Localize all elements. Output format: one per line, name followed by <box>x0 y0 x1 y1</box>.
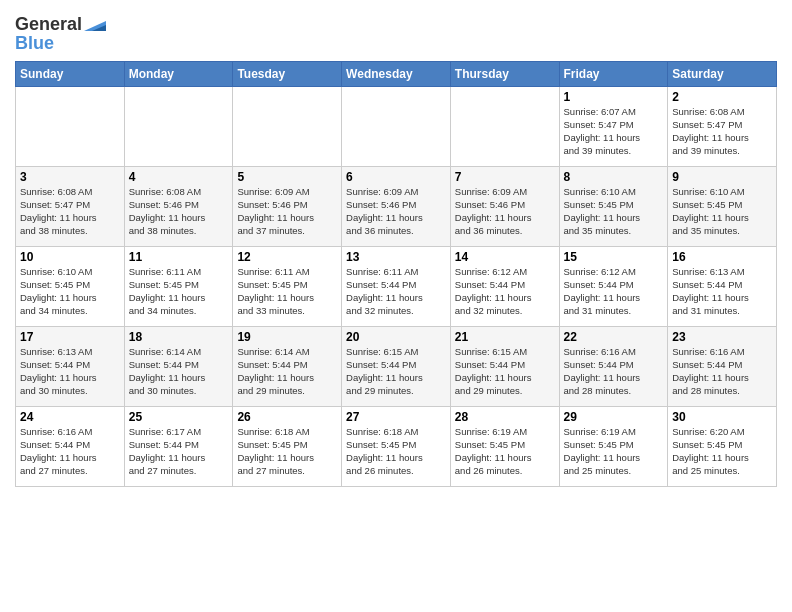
day-cell: 7Sunrise: 6:09 AM Sunset: 5:46 PM Daylig… <box>450 167 559 247</box>
day-number: 9 <box>672 170 772 184</box>
day-cell: 21Sunrise: 6:15 AM Sunset: 5:44 PM Dayli… <box>450 327 559 407</box>
day-info: Sunrise: 6:09 AM Sunset: 5:46 PM Dayligh… <box>455 186 555 237</box>
day-number: 14 <box>455 250 555 264</box>
day-info: Sunrise: 6:14 AM Sunset: 5:44 PM Dayligh… <box>129 346 229 397</box>
day-number: 22 <box>564 330 664 344</box>
day-number: 18 <box>129 330 229 344</box>
day-info: Sunrise: 6:10 AM Sunset: 5:45 PM Dayligh… <box>564 186 664 237</box>
day-cell: 15Sunrise: 6:12 AM Sunset: 5:44 PM Dayli… <box>559 247 668 327</box>
day-info: Sunrise: 6:07 AM Sunset: 5:47 PM Dayligh… <box>564 106 664 157</box>
day-cell: 26Sunrise: 6:18 AM Sunset: 5:45 PM Dayli… <box>233 407 342 487</box>
day-info: Sunrise: 6:11 AM Sunset: 5:45 PM Dayligh… <box>237 266 337 317</box>
day-cell: 4Sunrise: 6:08 AM Sunset: 5:46 PM Daylig… <box>124 167 233 247</box>
day-info: Sunrise: 6:13 AM Sunset: 5:44 PM Dayligh… <box>672 266 772 317</box>
day-cell: 12Sunrise: 6:11 AM Sunset: 5:45 PM Dayli… <box>233 247 342 327</box>
day-number: 11 <box>129 250 229 264</box>
day-cell <box>16 87 125 167</box>
day-number: 29 <box>564 410 664 424</box>
day-number: 19 <box>237 330 337 344</box>
day-cell: 8Sunrise: 6:10 AM Sunset: 5:45 PM Daylig… <box>559 167 668 247</box>
day-info: Sunrise: 6:10 AM Sunset: 5:45 PM Dayligh… <box>672 186 772 237</box>
day-number: 1 <box>564 90 664 104</box>
logo-blue: Blue <box>15 33 106 54</box>
day-cell <box>233 87 342 167</box>
day-number: 26 <box>237 410 337 424</box>
calendar-table: SundayMondayTuesdayWednesdayThursdayFrid… <box>15 61 777 487</box>
day-cell: 20Sunrise: 6:15 AM Sunset: 5:44 PM Dayli… <box>342 327 451 407</box>
day-cell: 11Sunrise: 6:11 AM Sunset: 5:45 PM Dayli… <box>124 247 233 327</box>
day-number: 30 <box>672 410 772 424</box>
day-number: 2 <box>672 90 772 104</box>
week-row-3: 17Sunrise: 6:13 AM Sunset: 5:44 PM Dayli… <box>16 327 777 407</box>
day-cell: 2Sunrise: 6:08 AM Sunset: 5:47 PM Daylig… <box>668 87 777 167</box>
day-cell: 5Sunrise: 6:09 AM Sunset: 5:46 PM Daylig… <box>233 167 342 247</box>
header-cell-tuesday: Tuesday <box>233 62 342 87</box>
day-info: Sunrise: 6:08 AM Sunset: 5:47 PM Dayligh… <box>20 186 120 237</box>
page-container: General Blue SundayMondayTuesdayWednesda… <box>0 0 792 492</box>
day-info: Sunrise: 6:19 AM Sunset: 5:45 PM Dayligh… <box>455 426 555 477</box>
day-info: Sunrise: 6:17 AM Sunset: 5:44 PM Dayligh… <box>129 426 229 477</box>
day-number: 7 <box>455 170 555 184</box>
day-info: Sunrise: 6:15 AM Sunset: 5:44 PM Dayligh… <box>455 346 555 397</box>
day-cell: 27Sunrise: 6:18 AM Sunset: 5:45 PM Dayli… <box>342 407 451 487</box>
day-number: 5 <box>237 170 337 184</box>
day-cell: 19Sunrise: 6:14 AM Sunset: 5:44 PM Dayli… <box>233 327 342 407</box>
day-info: Sunrise: 6:18 AM Sunset: 5:45 PM Dayligh… <box>237 426 337 477</box>
day-cell: 28Sunrise: 6:19 AM Sunset: 5:45 PM Dayli… <box>450 407 559 487</box>
day-number: 20 <box>346 330 446 344</box>
day-cell: 16Sunrise: 6:13 AM Sunset: 5:44 PM Dayli… <box>668 247 777 327</box>
day-info: Sunrise: 6:16 AM Sunset: 5:44 PM Dayligh… <box>564 346 664 397</box>
header-cell-saturday: Saturday <box>668 62 777 87</box>
day-info: Sunrise: 6:11 AM Sunset: 5:44 PM Dayligh… <box>346 266 446 317</box>
header-row: SundayMondayTuesdayWednesdayThursdayFrid… <box>16 62 777 87</box>
day-info: Sunrise: 6:16 AM Sunset: 5:44 PM Dayligh… <box>20 426 120 477</box>
header-cell-monday: Monday <box>124 62 233 87</box>
day-info: Sunrise: 6:09 AM Sunset: 5:46 PM Dayligh… <box>237 186 337 237</box>
day-cell: 6Sunrise: 6:09 AM Sunset: 5:46 PM Daylig… <box>342 167 451 247</box>
day-number: 28 <box>455 410 555 424</box>
day-info: Sunrise: 6:18 AM Sunset: 5:45 PM Dayligh… <box>346 426 446 477</box>
day-cell: 29Sunrise: 6:19 AM Sunset: 5:45 PM Dayli… <box>559 407 668 487</box>
day-cell <box>342 87 451 167</box>
day-number: 25 <box>129 410 229 424</box>
header: General Blue <box>15 10 777 53</box>
day-info: Sunrise: 6:09 AM Sunset: 5:46 PM Dayligh… <box>346 186 446 237</box>
header-cell-thursday: Thursday <box>450 62 559 87</box>
day-cell: 17Sunrise: 6:13 AM Sunset: 5:44 PM Dayli… <box>16 327 125 407</box>
day-number: 6 <box>346 170 446 184</box>
day-cell <box>450 87 559 167</box>
logo-general: General <box>15 14 82 35</box>
day-info: Sunrise: 6:10 AM Sunset: 5:45 PM Dayligh… <box>20 266 120 317</box>
day-info: Sunrise: 6:14 AM Sunset: 5:44 PM Dayligh… <box>237 346 337 397</box>
day-number: 24 <box>20 410 120 424</box>
day-cell: 9Sunrise: 6:10 AM Sunset: 5:45 PM Daylig… <box>668 167 777 247</box>
day-number: 23 <box>672 330 772 344</box>
day-cell: 23Sunrise: 6:16 AM Sunset: 5:44 PM Dayli… <box>668 327 777 407</box>
day-info: Sunrise: 6:12 AM Sunset: 5:44 PM Dayligh… <box>564 266 664 317</box>
day-info: Sunrise: 6:12 AM Sunset: 5:44 PM Dayligh… <box>455 266 555 317</box>
day-cell <box>124 87 233 167</box>
day-number: 16 <box>672 250 772 264</box>
week-row-0: 1Sunrise: 6:07 AM Sunset: 5:47 PM Daylig… <box>16 87 777 167</box>
header-cell-sunday: Sunday <box>16 62 125 87</box>
header-cell-friday: Friday <box>559 62 668 87</box>
day-cell: 14Sunrise: 6:12 AM Sunset: 5:44 PM Dayli… <box>450 247 559 327</box>
day-number: 17 <box>20 330 120 344</box>
logo-bird-icon <box>84 13 106 31</box>
day-cell: 18Sunrise: 6:14 AM Sunset: 5:44 PM Dayli… <box>124 327 233 407</box>
week-row-4: 24Sunrise: 6:16 AM Sunset: 5:44 PM Dayli… <box>16 407 777 487</box>
day-number: 10 <box>20 250 120 264</box>
day-info: Sunrise: 6:19 AM Sunset: 5:45 PM Dayligh… <box>564 426 664 477</box>
day-cell: 30Sunrise: 6:20 AM Sunset: 5:45 PM Dayli… <box>668 407 777 487</box>
day-cell: 24Sunrise: 6:16 AM Sunset: 5:44 PM Dayli… <box>16 407 125 487</box>
day-info: Sunrise: 6:20 AM Sunset: 5:45 PM Dayligh… <box>672 426 772 477</box>
day-cell: 3Sunrise: 6:08 AM Sunset: 5:47 PM Daylig… <box>16 167 125 247</box>
day-cell: 25Sunrise: 6:17 AM Sunset: 5:44 PM Dayli… <box>124 407 233 487</box>
day-number: 21 <box>455 330 555 344</box>
day-info: Sunrise: 6:16 AM Sunset: 5:44 PM Dayligh… <box>672 346 772 397</box>
day-cell: 22Sunrise: 6:16 AM Sunset: 5:44 PM Dayli… <box>559 327 668 407</box>
day-number: 27 <box>346 410 446 424</box>
day-info: Sunrise: 6:11 AM Sunset: 5:45 PM Dayligh… <box>129 266 229 317</box>
day-number: 4 <box>129 170 229 184</box>
day-cell: 10Sunrise: 6:10 AM Sunset: 5:45 PM Dayli… <box>16 247 125 327</box>
